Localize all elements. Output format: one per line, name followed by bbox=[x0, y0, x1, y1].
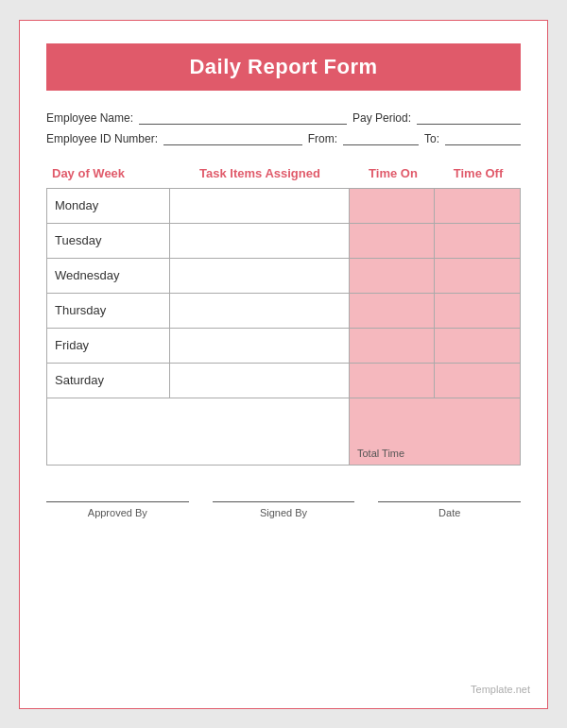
time-off-thursday[interactable] bbox=[435, 294, 520, 328]
table-row: Tuesday bbox=[47, 224, 520, 259]
time-on-friday[interactable] bbox=[350, 329, 435, 363]
total-row: Total Time bbox=[47, 398, 520, 465]
to-label: To: bbox=[424, 132, 439, 145]
time-on-wednesday[interactable] bbox=[350, 259, 435, 293]
day-saturday: Saturday bbox=[47, 364, 170, 398]
task-thursday[interactable] bbox=[170, 294, 350, 328]
table-row: Monday bbox=[47, 189, 520, 224]
time-off-tuesday[interactable] bbox=[435, 224, 520, 258]
employee-id-input[interactable] bbox=[163, 132, 302, 145]
time-on-monday[interactable] bbox=[350, 189, 435, 223]
table-row: Saturday bbox=[47, 364, 520, 398]
from-label: From: bbox=[308, 132, 337, 145]
day-tuesday: Tuesday bbox=[47, 224, 170, 258]
time-on-tuesday[interactable] bbox=[350, 224, 435, 258]
employee-name-label: Employee Name: bbox=[46, 111, 133, 125]
signed-by-block: Signed By bbox=[213, 501, 355, 518]
approved-by-block: Approved By bbox=[46, 501, 189, 518]
task-monday[interactable] bbox=[170, 189, 350, 223]
employee-id-row: Employee ID Number: From: To: bbox=[46, 132, 521, 145]
employee-fields: Employee Name: Pay Period: Employee ID N… bbox=[46, 111, 521, 145]
task-saturday[interactable] bbox=[170, 364, 350, 398]
table-row: Thursday bbox=[47, 294, 520, 329]
col-time-on-header: Time On bbox=[351, 162, 436, 184]
schedule-table: Day of Week Task Items Assigned Time On … bbox=[46, 162, 521, 466]
pay-period-input[interactable] bbox=[417, 111, 521, 125]
to-input[interactable] bbox=[445, 132, 521, 145]
time-off-friday[interactable] bbox=[435, 329, 520, 363]
date-line bbox=[378, 501, 521, 502]
date-label: Date bbox=[378, 507, 521, 518]
table-row: Friday bbox=[47, 329, 520, 364]
approved-by-line bbox=[46, 501, 189, 502]
day-monday: Monday bbox=[47, 189, 170, 223]
approved-by-label: Approved By bbox=[46, 507, 189, 518]
from-input[interactable] bbox=[343, 132, 419, 145]
col-day-header: Day of Week bbox=[46, 162, 169, 184]
signatures-section: Approved By Signed By Date bbox=[46, 494, 521, 518]
task-tuesday[interactable] bbox=[170, 224, 350, 258]
report-form: Daily Report Form Employee Name: Pay Per… bbox=[19, 20, 548, 709]
watermark: Template.net bbox=[471, 684, 530, 695]
table-row: Wednesday bbox=[47, 259, 520, 294]
time-off-monday[interactable] bbox=[435, 189, 520, 223]
time-on-thursday[interactable] bbox=[350, 294, 435, 328]
total-empty-left bbox=[47, 398, 350, 465]
form-title: Daily Report Form bbox=[46, 43, 521, 91]
date-block: Date bbox=[378, 501, 521, 518]
day-friday: Friday bbox=[47, 329, 170, 363]
task-wednesday[interactable] bbox=[170, 259, 350, 293]
total-time-block: Total Time bbox=[350, 398, 520, 465]
employee-name-row: Employee Name: Pay Period: bbox=[46, 111, 521, 125]
col-task-header: Task Items Assigned bbox=[169, 162, 351, 184]
time-off-wednesday[interactable] bbox=[435, 259, 520, 293]
table-body: Monday Tuesday Wednesday Thursda bbox=[46, 188, 521, 398]
employee-id-label: Employee ID Number: bbox=[46, 132, 158, 145]
task-friday[interactable] bbox=[170, 329, 350, 363]
col-time-off-header: Time Off bbox=[436, 162, 521, 184]
total-time-label: Total Time bbox=[357, 448, 512, 459]
employee-name-input[interactable] bbox=[139, 111, 347, 125]
day-wednesday: Wednesday bbox=[47, 259, 170, 293]
time-off-saturday[interactable] bbox=[435, 364, 520, 398]
signed-by-line bbox=[213, 501, 355, 502]
signed-by-label: Signed By bbox=[213, 507, 355, 518]
time-on-saturday[interactable] bbox=[350, 364, 435, 398]
total-section: Total Time bbox=[46, 398, 521, 466]
day-thursday: Thursday bbox=[47, 294, 170, 328]
pay-period-label: Pay Period: bbox=[352, 111, 411, 125]
table-header: Day of Week Task Items Assigned Time On … bbox=[46, 162, 521, 184]
